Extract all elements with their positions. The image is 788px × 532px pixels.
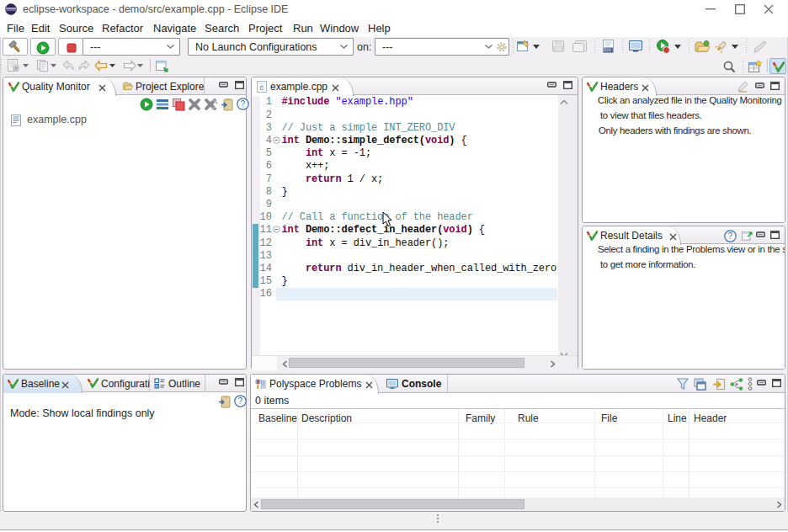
svg-text:010: 010 — [604, 48, 611, 52]
svg-text:?: ? — [238, 396, 243, 406]
svg-text:?: ? — [241, 99, 246, 109]
svg-text:?: ? — [728, 231, 733, 241]
svg-text:c: c — [259, 82, 264, 92]
